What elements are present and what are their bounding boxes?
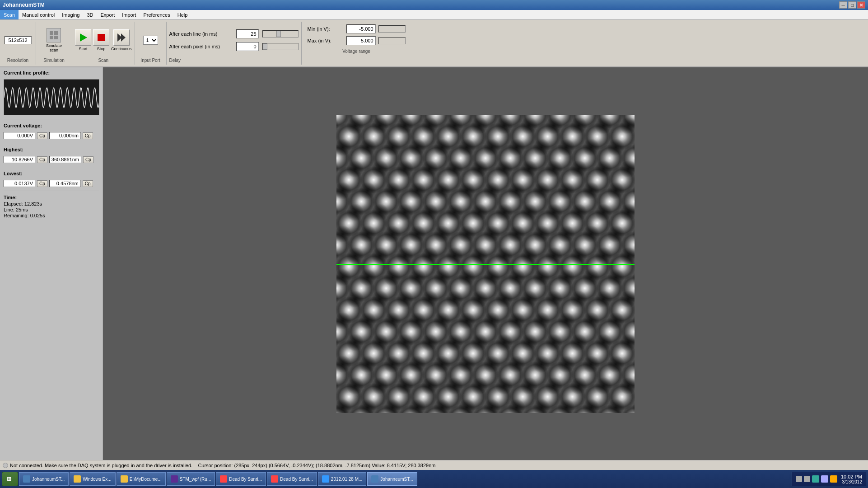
highest-row: 10.8266V Cp 360.8861nm Cp [4, 156, 99, 163]
after-pixel-input[interactable] [236, 42, 259, 51]
taskbar-item-1[interactable]: Windows Ex... [70, 472, 115, 486]
start-orb-icon: ⊞ [7, 476, 11, 482]
lowest-voltage: 0.0137V [4, 180, 35, 187]
simulate-button[interactable] [47, 28, 61, 42]
menu-export[interactable]: Export [97, 10, 118, 19]
line-profile-label: Current line profile: [4, 70, 99, 75]
toolbar-delay-group: After each line (in ms) After each pixel… [167, 22, 302, 65]
input-port-label: Input Port [140, 57, 160, 63]
taskbar-label-0: JohanneumST... [32, 477, 65, 482]
taskbar-label-2: E:\MyDocume... [130, 477, 162, 482]
highest-label: Highest: [4, 147, 99, 152]
min-voltage-label: Min (in V): [308, 26, 344, 32]
menu-import[interactable]: Import [118, 10, 140, 19]
image-area [103, 67, 868, 460]
toolbar-scan-group: Start Stop Continuous [72, 22, 135, 65]
svg-rect-3 [54, 36, 58, 39]
status-indicator [3, 463, 8, 468]
taskbar-icon-4 [220, 475, 227, 483]
taskbar-label-5: Dead By Sunri... [280, 477, 313, 482]
lowest-nm-cp[interactable]: Cp [83, 180, 93, 187]
menu-3d[interactable]: 3D [83, 10, 97, 19]
resolution-display: 512x512 [5, 36, 32, 44]
taskbar-item-6[interactable]: 2012.01.28 M... [318, 472, 367, 486]
taskbar-item-0[interactable]: JohanneumST... [19, 472, 69, 486]
taskbar-item-2[interactable]: E:\MyDocume... [117, 472, 166, 486]
minimize-button[interactable]: ─ [839, 1, 847, 9]
window-title: JohanneumSTM [3, 2, 45, 8]
taskbar-item-5[interactable]: Dead By Sunri... [267, 472, 317, 486]
title-bar-controls: ─ □ ✕ [839, 1, 865, 9]
taskbar-item-4[interactable]: Dead By Sunri... [216, 472, 266, 486]
tray-icon-1 [796, 476, 802, 482]
continuous-button[interactable] [113, 29, 130, 46]
divider-1 [4, 119, 99, 119]
current-nm-cp[interactable]: Cp [83, 132, 93, 139]
delay-label: Delay [169, 57, 181, 63]
stop-label: Stop [97, 47, 106, 51]
tray-icon-5 [830, 475, 837, 483]
current-voltage-cp[interactable]: Cp [37, 132, 47, 139]
after-line-input[interactable] [236, 29, 259, 38]
current-nm-value: 0.000nm [49, 132, 81, 139]
taskbar-icon-2 [121, 475, 128, 483]
start-button-taskbar[interactable]: ⊞ [2, 472, 18, 486]
after-pixel-row: After each pixel (in ms) [169, 42, 299, 51]
tray-icon-2 [804, 476, 810, 482]
after-line-row: After each line (in ms) [169, 29, 299, 38]
max-voltage-input[interactable] [346, 36, 376, 45]
svg-rect-0 [50, 31, 53, 35]
input-port-content: 1 2 3 [143, 23, 158, 57]
max-voltage-row: Max (in V): [308, 36, 406, 45]
taskbar: ⊞ JohanneumST... Windows Ex... E:\MyDocu… [0, 470, 868, 488]
max-voltage-label: Max (in V): [308, 38, 344, 43]
line-value: Line: 25ms [4, 207, 99, 212]
stop-button[interactable] [93, 29, 109, 46]
menu-scan[interactable]: Scan [0, 10, 19, 19]
after-pixel-slider[interactable] [262, 43, 299, 50]
simulate-label: Simulatescan [46, 43, 62, 52]
taskbar-item-3[interactable]: STM_wpf (Ru... [167, 472, 215, 486]
toolbar-simulation-group: Simulatescan Simulation [36, 22, 72, 65]
stm-image [336, 115, 635, 413]
lowest-row: 0.0137V Cp 0.4578nm Cp [4, 180, 99, 187]
maximize-button[interactable]: □ [848, 1, 856, 9]
divider-4 [4, 191, 99, 191]
clock-date: 3/13/2012 [841, 479, 862, 484]
lowest-nm: 0.4578nm [49, 180, 81, 187]
highest-nm-cp[interactable]: Cp [83, 156, 93, 163]
stop-group: Stop [93, 29, 109, 51]
min-voltage-slider[interactable] [378, 25, 406, 33]
highest-v-cp[interactable]: Cp [37, 156, 47, 163]
resolution-content: 512x512 [5, 23, 32, 57]
current-voltage-value: 0.000V [4, 132, 35, 139]
clock-time: 10:02 PM [841, 474, 862, 479]
menu-help[interactable]: Help [174, 10, 191, 19]
menu-manual-control[interactable]: Manual control [19, 10, 58, 19]
after-line-slider[interactable] [262, 30, 299, 38]
tray-icon-3 [812, 475, 819, 483]
taskbar-icon-3 [171, 475, 178, 483]
start-button[interactable] [75, 29, 91, 46]
remaining-value: Remaining: 0.025s [4, 213, 99, 218]
time-label: Time: [4, 195, 99, 200]
taskbar-icon-5 [271, 475, 278, 483]
lowest-v-cp[interactable]: Cp [37, 180, 47, 187]
clock: 10:02 PM 3/13/2012 [841, 474, 862, 484]
lowest-label: Lowest: [4, 171, 99, 176]
taskbar-item-7[interactable]: JohanneumST... [367, 472, 417, 486]
after-line-label: After each line (in ms) [169, 31, 233, 37]
current-voltage-row: 0.000V Cp 0.000nm Cp [4, 132, 99, 139]
taskbar-label-1: Windows Ex... [83, 477, 111, 482]
menu-imaging[interactable]: Imaging [58, 10, 83, 19]
voltage-range-group: Min (in V): Max (in V): Voltage range [302, 22, 411, 65]
min-voltage-input[interactable] [346, 24, 376, 33]
system-tray: 10:02 PM 3/13/2012 [792, 472, 866, 486]
input-port-select[interactable]: 1 2 3 [143, 36, 158, 45]
divider-2 [4, 143, 99, 143]
start-label: Start [79, 47, 87, 51]
close-button[interactable]: ✕ [857, 1, 865, 9]
max-voltage-slider[interactable] [378, 37, 406, 44]
svg-marker-4 [80, 33, 87, 42]
menu-preferences[interactable]: Preferences [140, 10, 173, 19]
